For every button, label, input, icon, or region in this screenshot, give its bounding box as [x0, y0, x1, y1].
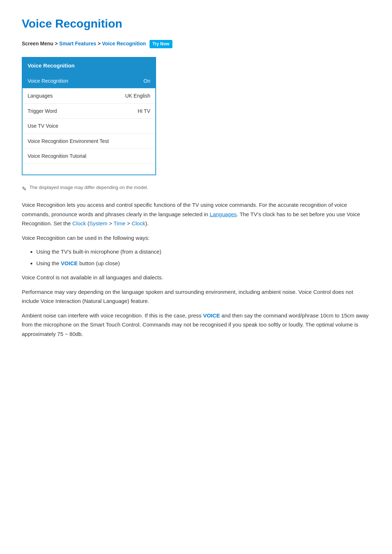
breadcrumb-sep1: >	[96, 41, 102, 46]
menu-item-trigger-word[interactable]: Trigger Word Hi TV	[23, 104, 155, 119]
note-line: ✎ The displayed image may differ dependi…	[22, 184, 370, 194]
note-text: The displayed image may differ depending…	[29, 184, 148, 192]
menu-item-environment-test[interactable]: Voice Recognition Environment Test	[23, 134, 155, 149]
link-clock[interactable]: Clock	[72, 220, 86, 226]
link-languages[interactable]: Languages	[210, 211, 237, 217]
menu-item-label: Voice Recognition Tutorial	[28, 152, 86, 160]
menu-panel-header: Voice Recognition	[23, 58, 155, 74]
body-paragraph-4: Performance may vary depending on the la…	[22, 287, 370, 306]
menu-item-use-tv-voice[interactable]: Use TV Voice	[23, 119, 155, 134]
breadcrumb-smart-features[interactable]: Smart Features	[59, 41, 96, 46]
body-paragraph-2: Voice Recognition can be used in the fol…	[22, 233, 370, 243]
menu-item-tutorial[interactable]: Voice Recognition Tutorial	[23, 149, 155, 164]
voice-highlight-2: VOICE	[203, 312, 220, 319]
menu-item-languages[interactable]: Languages UK English	[23, 89, 155, 103]
voice-highlight-1: VOICE	[61, 260, 78, 266]
bullet-item-1: Using the TV's built-in microphone (from…	[36, 247, 370, 256]
body-paragraph-5: Ambient noise can interfere with voice r…	[22, 311, 370, 339]
menu-item-value: UK English	[125, 92, 150, 100]
breadcrumb: Screen Menu > Smart Features > Voice Rec…	[22, 40, 370, 48]
bullet-list: Using the TV's built-in microphone (from…	[22, 247, 370, 268]
menu-item-label: Languages	[28, 92, 53, 100]
pencil-icon: ✎	[22, 184, 26, 194]
menu-item-label: Voice Recognition Environment Test	[28, 137, 109, 145]
link-time[interactable]: Time	[114, 220, 126, 226]
body-paragraph-3: Voice Control is not available in all la…	[22, 273, 370, 282]
link-system[interactable]: System	[89, 220, 107, 226]
breadcrumb-voice-recognition[interactable]: Voice Recognition	[102, 41, 146, 46]
menu-item-label: Voice Recognition	[28, 77, 68, 85]
breadcrumb-prefix: Screen Menu >	[22, 41, 59, 46]
menu-item-value: Hi TV	[138, 107, 150, 115]
bullet-item-2: Using the VOICE button (up close)	[36, 259, 370, 268]
menu-spacer	[23, 164, 155, 175]
link-clock2[interactable]: Clock	[132, 220, 146, 226]
menu-item-voice-recognition[interactable]: Voice Recognition On	[23, 74, 155, 89]
menu-panel: Voice Recognition Voice Recognition On L…	[22, 57, 156, 175]
menu-item-value: On	[143, 77, 150, 85]
menu-item-label: Use TV Voice	[28, 122, 58, 130]
try-now-badge[interactable]: Try Now	[150, 40, 172, 48]
body-paragraph-1: Voice Recognition lets you access and co…	[22, 200, 370, 228]
page-title: Voice Recognition	[22, 15, 370, 33]
menu-item-label: Trigger Word	[28, 107, 57, 115]
